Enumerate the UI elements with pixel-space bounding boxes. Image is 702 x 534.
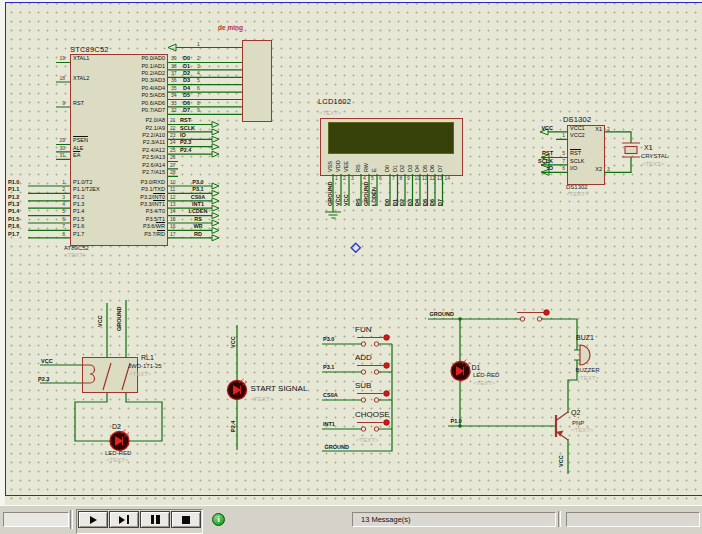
key-net-label: INT1	[323, 421, 335, 427]
status-message-panel: 13 Message(s)	[352, 512, 556, 527]
rtc-text-placeholder: <TEXT>	[566, 191, 588, 197]
play-icon	[90, 516, 97, 524]
info-icon[interactable]: i	[212, 513, 225, 526]
rtc-title: DS1302	[563, 115, 591, 124]
key-net-label: P3.0	[323, 336, 334, 342]
led-d1-ref: D1	[472, 364, 481, 371]
key-push-button[interactable]	[354, 388, 394, 404]
rtc-pin-x2-number: 3	[607, 166, 610, 172]
relay-net-vcc: VCC	[41, 358, 53, 364]
relay-net-top-right: GROUND	[116, 307, 122, 331]
step-icon	[119, 516, 125, 524]
q2-text-placeholder: <TEXT>	[571, 427, 593, 433]
canvas-top-margin	[0, 0, 702, 2]
buzzer-value: BUZZER	[576, 367, 600, 373]
simulation-controls	[76, 509, 203, 534]
status-separator	[558, 511, 561, 527]
status-bar: i 13 Message(s)	[0, 505, 702, 534]
wires-layer	[0, 0, 702, 505]
led-d1-text-placeholder: <TEXT>	[473, 380, 495, 386]
origin-marker	[351, 243, 360, 252]
key-push-button[interactable]	[354, 332, 394, 348]
stop-icon	[182, 516, 190, 524]
led-d2-value: LED-RED	[105, 450, 131, 456]
buzzer-text-placeholder: <TEXT>	[577, 375, 599, 381]
key-net-label: P3.1	[323, 364, 334, 370]
pause-button[interactable]	[140, 511, 170, 528]
mcu-title: STC89C52	[70, 45, 109, 54]
led-d2-ref: D2	[112, 423, 121, 430]
d1-ground-label: GROUND	[430, 311, 454, 317]
pause-icon	[151, 515, 155, 524]
lcd-text-placeholder: <TEXT>	[319, 110, 341, 116]
step-bar-icon	[127, 515, 130, 524]
message-count: 13 Message(s)	[353, 513, 555, 526]
canvas-left-margin	[0, 0, 5, 505]
status-separator	[70, 510, 73, 529]
crystal-value: CRYSTAL	[641, 153, 668, 159]
led-diode-symbols	[116, 360, 471, 446]
relay-value: JWD-171-25	[128, 363, 162, 369]
rtc-pin-x2: X2	[588, 166, 602, 172]
keys-ground-label: GROUND	[325, 444, 349, 450]
mcu-text-placeholder: <TEXT>	[64, 252, 86, 258]
rtc-pin-x1: X1	[588, 126, 602, 132]
buzzer-symbol	[580, 345, 590, 365]
start-signal-label: START SIGNAL	[251, 384, 308, 393]
relay-net-p23: P2.3	[38, 376, 49, 382]
stop-button[interactable]	[171, 511, 201, 528]
q2-base-net: P1.0	[451, 418, 462, 424]
key-push-button[interactable]	[354, 417, 394, 433]
status-panel-left	[3, 512, 69, 527]
relay-net-top-left: VCC	[97, 315, 103, 327]
start-net-vcc: VCC	[230, 336, 236, 348]
start-signal-text-placeholder: <TEXT>	[251, 396, 273, 402]
led-d1-value: LED-RED	[473, 372, 499, 378]
rtc-pin-x1-number: 2	[607, 126, 610, 132]
terminal-arrows	[168, 44, 549, 241]
crystal-text-placeholder: <TEXT>	[642, 161, 664, 167]
step-button[interactable]	[109, 511, 139, 528]
led-bodies	[110, 362, 470, 451]
connector-pin1-number: 1	[197, 41, 200, 47]
keys-text-placeholder: <TEXT>	[356, 437, 378, 443]
q2-emitter-net: VCC	[558, 455, 564, 467]
play-button[interactable]	[78, 511, 108, 528]
relay-ref: RL1	[141, 354, 154, 361]
junction-dot	[458, 317, 461, 320]
q2-ref: Q2	[571, 409, 580, 416]
key-net-label: CS0A	[323, 392, 338, 398]
crystal-ref: X1	[644, 144, 653, 151]
proteus-window: STC89C52 AT89C52 <TEXT> 19XTAL118XTAL29R…	[0, 0, 702, 534]
connector-label: de ming	[218, 24, 243, 31]
led-d2-text-placeholder: <TEXT>	[106, 457, 128, 463]
push-button[interactable]	[515, 305, 551, 323]
q2-value: PNP	[572, 420, 584, 426]
buzzer-ref: BUZ1	[576, 334, 594, 341]
relay-text-placeholder: <TEXT>	[129, 371, 151, 377]
junction-dot	[458, 424, 461, 427]
rtc-value: DS1302	[566, 184, 588, 190]
key-push-button[interactable]	[354, 360, 394, 376]
status-panel-right	[566, 512, 700, 527]
pause-icon	[156, 515, 160, 524]
crystal-symbol	[625, 147, 637, 154]
schematic-canvas[interactable]: STC89C52 AT89C52 <TEXT> 19XTAL118XTAL29R…	[0, 0, 702, 505]
lcd-title: LCD1602	[318, 97, 351, 106]
mcu-value: AT89C52	[64, 245, 89, 251]
start-net-p24: P2.4	[230, 421, 236, 432]
